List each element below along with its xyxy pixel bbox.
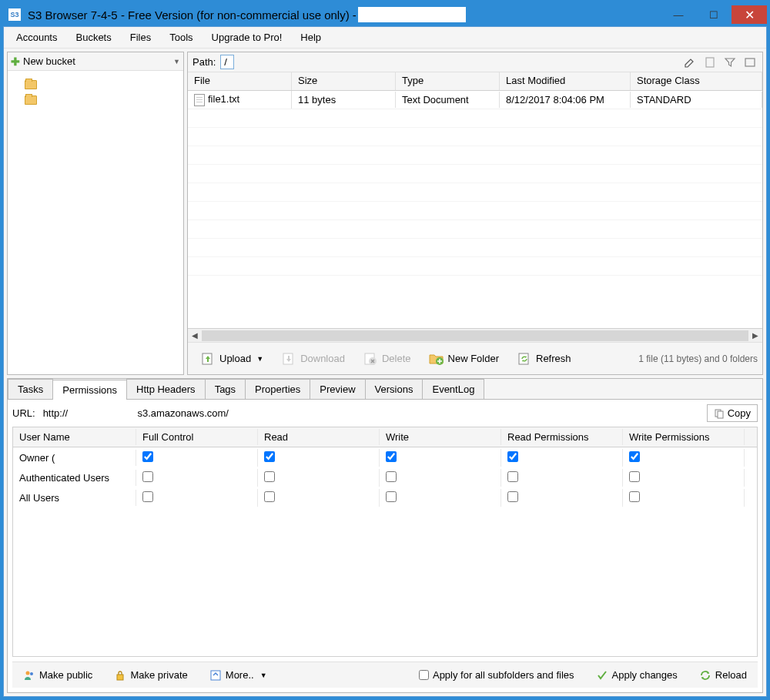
file-list: File Size Type Last Modified Storage Cla… xyxy=(188,72,762,328)
menu-buckets[interactable]: Buckets xyxy=(66,28,120,46)
perm-checkbox[interactable] xyxy=(629,491,640,502)
perm-col-write[interactable]: Write xyxy=(380,429,501,445)
perm-checkbox[interactable] xyxy=(142,491,153,502)
copy-icon xyxy=(714,408,725,419)
chevron-down-icon[interactable]: ▼ xyxy=(173,58,180,65)
menu-upgrade[interactable]: Upgrade to Pro! xyxy=(203,28,292,46)
menu-help[interactable]: Help xyxy=(291,28,330,46)
perm-checkbox[interactable] xyxy=(264,451,275,462)
bucket-node[interactable] xyxy=(14,77,177,92)
new-folder-button[interactable]: New Folder xyxy=(421,347,506,371)
col-file[interactable]: File xyxy=(188,72,292,90)
delete-icon xyxy=(362,350,379,367)
menubar: Accounts Buckets Files Tools Upgrade to … xyxy=(4,27,766,49)
perm-checkbox[interactable] xyxy=(264,471,275,482)
perm-col-read[interactable]: Read xyxy=(258,429,380,445)
open-icon[interactable] xyxy=(742,55,758,70)
refresh-button[interactable]: Refresh xyxy=(509,347,578,371)
tab-http-headers[interactable]: Http Headers xyxy=(126,379,206,399)
perm-cell xyxy=(136,489,258,507)
col-type[interactable]: Type xyxy=(396,72,500,90)
perm-checkbox[interactable] xyxy=(507,491,518,502)
scroll-right-icon[interactable]: ▶ xyxy=(748,331,762,340)
perm-cell xyxy=(258,489,380,507)
edit-icon[interactable] xyxy=(682,55,698,70)
file-modified: 8/12/2017 8:04:06 PM xyxy=(500,92,631,108)
perm-row[interactable]: Authenticated Users xyxy=(13,467,757,487)
perm-row[interactable]: Owner ( xyxy=(13,447,757,467)
download-button[interactable]: Download xyxy=(273,347,352,371)
perm-checkbox[interactable] xyxy=(386,451,397,462)
path-bar: Path: / xyxy=(188,52,762,72)
paste-icon[interactable] xyxy=(702,55,718,70)
url-value[interactable]: http:// s3.amazonaws.com/ xyxy=(42,406,701,420)
perm-checkbox[interactable] xyxy=(507,471,518,482)
more-button[interactable]: More.. ▼ xyxy=(205,667,272,684)
perm-col-readperm[interactable]: Read Permissions xyxy=(501,429,623,445)
perm-checkbox[interactable] xyxy=(629,471,640,482)
scroll-left-icon[interactable]: ◀ xyxy=(188,331,202,340)
tabs: Tasks Permissions Http Headers Tags Prop… xyxy=(8,379,762,400)
minimize-button[interactable]: — xyxy=(661,5,696,24)
menu-files[interactable]: Files xyxy=(121,28,160,46)
menu-accounts[interactable]: Accounts xyxy=(7,28,66,46)
path-input[interactable]: / xyxy=(220,55,234,69)
perm-checkbox[interactable] xyxy=(386,491,397,502)
reload-button[interactable]: Reload xyxy=(695,667,752,684)
apply-all-input[interactable] xyxy=(419,670,429,680)
bucket-tree[interactable] xyxy=(8,71,183,114)
tab-permissions[interactable]: Permissions xyxy=(52,380,127,400)
tab-tasks[interactable]: Tasks xyxy=(8,379,53,399)
window-title: S3 Browser 7-4-5 - Free Version (for non… xyxy=(28,8,357,22)
perm-cell xyxy=(380,469,501,487)
perm-col-user[interactable]: User Name xyxy=(13,429,136,445)
perm-cell xyxy=(380,449,501,467)
svg-point-11 xyxy=(30,672,33,675)
file-icon xyxy=(194,94,205,106)
perm-checkbox[interactable] xyxy=(142,471,153,482)
bucket-node[interactable] xyxy=(14,92,177,108)
col-class[interactable]: Storage Class xyxy=(631,72,762,90)
copy-button[interactable]: Copy xyxy=(707,404,758,422)
horizontal-scrollbar[interactable]: ◀ ▶ xyxy=(188,328,762,342)
lock-icon xyxy=(114,669,126,682)
perm-user: Owner ( xyxy=(13,450,136,466)
perm-col-writeperm[interactable]: Write Permissions xyxy=(623,429,745,445)
close-button[interactable]: ✕ xyxy=(732,5,767,24)
tab-properties[interactable]: Properties xyxy=(245,379,310,399)
perm-checkbox[interactable] xyxy=(142,451,153,462)
make-public-button[interactable]: Make public xyxy=(18,667,97,684)
col-size[interactable]: Size xyxy=(292,72,396,90)
upload-button[interactable]: Upload ▼ xyxy=(192,347,270,371)
file-toolbar: Upload ▼ Download Delete xyxy=(188,342,762,374)
tab-eventlog[interactable]: EventLog xyxy=(422,379,484,399)
svg-rect-0 xyxy=(706,58,714,67)
users-icon xyxy=(23,669,35,682)
filter-icon[interactable] xyxy=(722,55,738,70)
apply-all-checkbox[interactable]: Apply for all subfolders and files xyxy=(414,667,579,683)
maximize-button[interactable]: ☐ xyxy=(696,5,732,24)
bucket-sidebar: ✚ New bucket ▼ xyxy=(7,52,184,375)
tab-tags[interactable]: Tags xyxy=(205,379,246,399)
more-icon xyxy=(209,669,222,682)
perm-col-full[interactable]: Full Control xyxy=(136,429,258,445)
col-modified[interactable]: Last Modified xyxy=(500,72,631,90)
menu-tools[interactable]: Tools xyxy=(160,28,202,46)
tab-versions[interactable]: Versions xyxy=(365,379,424,399)
perm-row[interactable]: All Users xyxy=(13,487,757,507)
perm-checkbox[interactable] xyxy=(507,451,518,462)
url-label: URL: xyxy=(12,407,35,419)
tab-preview[interactable]: Preview xyxy=(310,379,365,399)
perm-cell xyxy=(380,489,501,507)
file-name: file1.txt xyxy=(208,93,239,105)
perm-checkbox[interactable] xyxy=(264,491,275,502)
perm-checkbox[interactable] xyxy=(629,451,640,462)
perm-checkbox[interactable] xyxy=(386,471,397,482)
titlebar: S3 S3 Browser 7-4-5 - Free Version (for … xyxy=(3,3,767,26)
delete-button[interactable]: Delete xyxy=(355,347,418,371)
apply-changes-button[interactable]: Apply changes xyxy=(591,667,682,684)
perm-cell xyxy=(136,469,258,487)
file-row[interactable]: file1.txt 11 bytes Text Document 8/12/20… xyxy=(188,91,762,109)
new-bucket-button[interactable]: New bucket xyxy=(23,55,75,67)
make-private-button[interactable]: Make private xyxy=(109,667,192,684)
